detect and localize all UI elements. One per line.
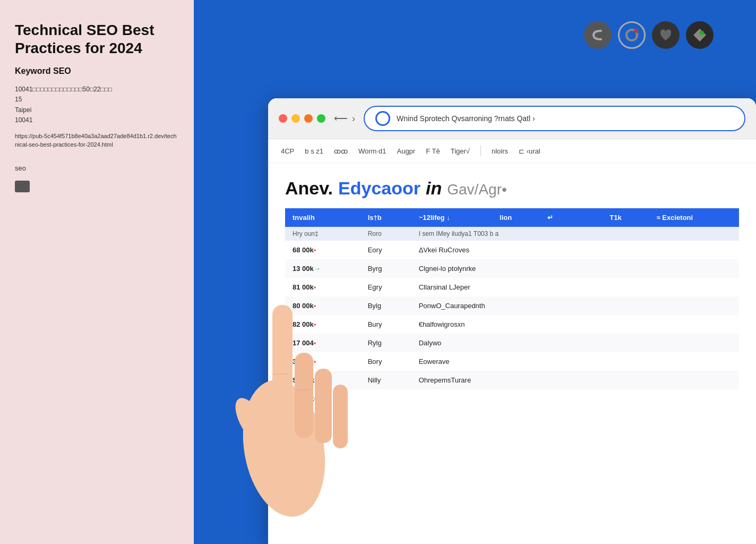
td-col3: Clgnei-lo ptolynrke	[411, 259, 739, 278]
th-4: ↵	[540, 208, 576, 227]
url-text[interactable]: Wnind Sprotech Qvsarroning ?rnats Qatl ›	[397, 114, 734, 123]
td-num: 32 00k•	[285, 352, 360, 371]
toolbar-item-4[interactable]: Augpr	[397, 147, 415, 155]
toolbar-item-7[interactable]: nloirs	[492, 147, 508, 155]
browser-content: Anev. Edycaoor in Gav/Agr• tnvalih ls†b …	[268, 163, 756, 423]
top-icon-1	[584, 21, 612, 49]
top-icon-2	[618, 21, 646, 49]
sidebar-icon	[15, 181, 30, 192]
th-0: tnvalih	[285, 208, 360, 227]
tl-green[interactable]	[317, 114, 325, 123]
sidebar-tag: seo	[15, 164, 179, 172]
icon-c-shape	[589, 27, 606, 44]
td-col2: Nilly	[360, 371, 411, 389]
table-row: 68 00k• Eory ΔVkei RuCroves	[285, 241, 739, 259]
heading-italic: in	[426, 178, 442, 199]
td-num: S0 00k•	[285, 371, 360, 389]
th-2: ~12lifeg ↓	[411, 208, 492, 227]
th-5	[576, 208, 602, 227]
toolbar-item-0[interactable]: 4CP	[281, 147, 294, 155]
data-table: tnvalih ls†b ~12lifeg ↓ lion ↵ T1k ≈ Exc…	[285, 208, 739, 408]
browser-nav: ⟵ ›	[334, 113, 355, 124]
table-row: 82 00k• Bury €halfowigrosxn	[285, 315, 739, 334]
th-3: lion	[492, 208, 540, 227]
td-num: 80 00k•	[285, 296, 360, 315]
td-col2: Bylg	[360, 296, 411, 315]
sidebar-title: Technical SEO Best Practices for 2024	[15, 21, 179, 57]
td-col3: PonwO_Caurapednth	[411, 296, 739, 315]
icon-diamond	[691, 27, 708, 44]
subh-0: Hry oun‡	[285, 227, 360, 241]
back-icon[interactable]: ⟵	[334, 113, 348, 124]
subh-1: Roro	[360, 227, 411, 241]
sidebar-meta: 10041□□□□□□□□□□□□□50□22□□□ 15 Taipei 100…	[15, 84, 179, 125]
table-row: 80 00k• Bylg PonwO_Caurapednth	[285, 296, 739, 315]
td-num: 13 00k→	[285, 259, 360, 278]
td-col3: €halfowigrosxn	[411, 315, 739, 334]
table-header-row: tnvalih ls†b ~12lifeg ↓ lion ↵ T1k ≈ Exc…	[285, 208, 739, 227]
tl-red[interactable]	[279, 114, 287, 123]
table-row: 32 00k• Bory Eowerave	[285, 352, 739, 371]
browser-bar: ⟵ › Wnind Sprotech Qvsarroning ?rnats Qa…	[268, 98, 756, 139]
th-1: ls†b	[360, 208, 411, 227]
subh-2: I sem IMey iludya1 T003 b a	[411, 227, 739, 241]
td-col2	[360, 389, 411, 408]
svg-marker-2	[693, 29, 706, 41]
sidebar-subtitle: Keyword SEO	[15, 66, 179, 76]
sidebar: Technical SEO Best Practices for 2024 Ke…	[0, 0, 194, 544]
toolbar-item-2[interactable]: ꝏꝏ	[334, 147, 348, 155]
td-col3: Cllarsinal LJeper	[411, 278, 739, 296]
main-area: ⟵ › Wnind Sprotech Qvsarroning ?rnats Qa…	[194, 0, 756, 544]
sidebar-url[interactable]: https://pub-5c454f571b8e40a3a2aad27ade84…	[15, 132, 179, 149]
page-heading: Anev. Edycaoor in Gav/Agr•	[285, 178, 739, 199]
table-row: 8F 00k•	[285, 389, 739, 408]
td-col3: Eowerave	[411, 352, 739, 371]
td-col2: Byrg	[360, 259, 411, 278]
toolbar-item-5[interactable]: F Tē	[426, 147, 440, 155]
table-subheader-row: Hry oun‡ Roro I sem IMey iludya1 T003 b …	[285, 227, 739, 241]
traffic-lights	[279, 114, 325, 123]
td-col2: Egry	[360, 278, 411, 296]
heading-blue: Edycaoor	[338, 178, 420, 199]
table-row: S0 00k• Nilly OhrepemsTurare	[285, 371, 739, 389]
td-num: 68 00k•	[285, 241, 360, 259]
heading-gray: Gav/Agr•	[447, 181, 507, 198]
svg-point-1	[634, 29, 638, 33]
toolbar-divider	[480, 146, 481, 156]
table-row: 13 00k→ Byrg Clgnei-lo ptolynrke	[285, 259, 739, 278]
th-6: T1k	[602, 208, 649, 227]
heading-black: Anev.	[285, 178, 333, 199]
table-body: 68 00k• Eory ΔVkei RuCroves 13 00k→ Byrg…	[285, 241, 739, 408]
url-bar[interactable]: Wnind Sprotech Qvsarroning ?rnats Qatl ›	[364, 106, 745, 131]
td-num: 82 00k•	[285, 315, 360, 334]
toolbar-item-1[interactable]: b s z1	[305, 147, 323, 155]
url-circle-icon	[375, 111, 390, 126]
forward-icon[interactable]: ›	[352, 113, 355, 124]
th-7: ≈ Excietoni	[649, 208, 739, 227]
browser-toolbar: 4CP b s z1 ꝏꝏ Worm·d1 Augpr F Tē Tiger√ …	[268, 139, 756, 163]
td-col2: Rylg	[360, 334, 411, 352]
browser-window: ⟵ › Wnind Sprotech Qvsarroning ?rnats Qa…	[268, 98, 756, 544]
tl-yellow[interactable]	[291, 114, 300, 123]
icon-ring	[624, 28, 639, 42]
td-num: 17 004•	[285, 334, 360, 352]
td-col3	[411, 389, 739, 408]
table-row: 17 004• Rylg Dalywo	[285, 334, 739, 352]
top-icon-4	[686, 21, 714, 49]
td-num: 81 00k•	[285, 278, 360, 296]
td-col3: Dalywo	[411, 334, 739, 352]
td-col3: ΔVkei RuCroves	[411, 241, 739, 259]
td-col3: OhrepemsTurare	[411, 371, 739, 389]
svg-point-3	[700, 31, 704, 35]
td-num: 8F 00k•	[285, 389, 360, 408]
tl-orange[interactable]	[304, 114, 313, 123]
toolbar-item-6[interactable]: Tiger√	[451, 147, 470, 155]
top-icon-3	[652, 21, 680, 49]
td-col2: Bory	[360, 352, 411, 371]
table-row: 81 00k• Egry Cllarsinal LJeper	[285, 278, 739, 296]
toolbar-item-8[interactable]: ⊏ ‹ural	[519, 147, 540, 155]
icon-heart	[658, 27, 674, 43]
top-icons-bar	[584, 21, 714, 49]
td-col2: Bury	[360, 315, 411, 334]
toolbar-item-3[interactable]: Worm·d1	[358, 147, 386, 155]
